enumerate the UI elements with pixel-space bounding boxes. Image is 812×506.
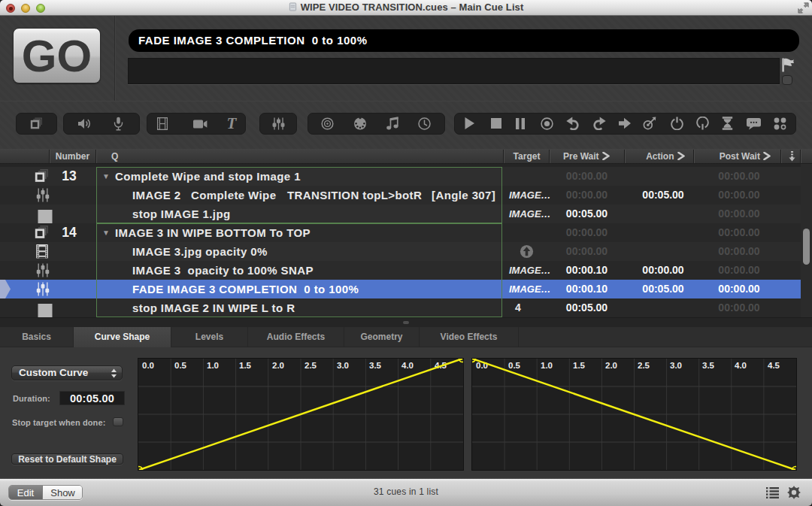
svg-text:2.0: 2.0 [272,361,284,370]
svg-text:4.5: 4.5 [768,361,780,370]
svg-text:1.5: 1.5 [239,361,252,370]
svg-text:3.5: 3.5 [702,361,715,370]
svg-text:3.5: 3.5 [369,361,382,370]
svg-text:2.5: 2.5 [638,361,650,370]
svg-text:3.0: 3.0 [670,361,682,370]
svg-text:3.0: 3.0 [337,361,349,370]
svg-text:4.0: 4.0 [401,361,414,370]
svg-text:2.0: 2.0 [605,361,617,370]
svg-text:0.5: 0.5 [174,361,187,370]
svg-text:0.5: 0.5 [508,361,521,370]
svg-text:4.0: 4.0 [735,361,747,370]
svg-text:1.5: 1.5 [573,361,586,370]
svg-text:0.0: 0.0 [142,361,154,370]
svg-text:1.0: 1.0 [541,361,553,370]
svg-text:1.0: 1.0 [207,361,219,370]
svg-text:2.5: 2.5 [304,361,317,370]
